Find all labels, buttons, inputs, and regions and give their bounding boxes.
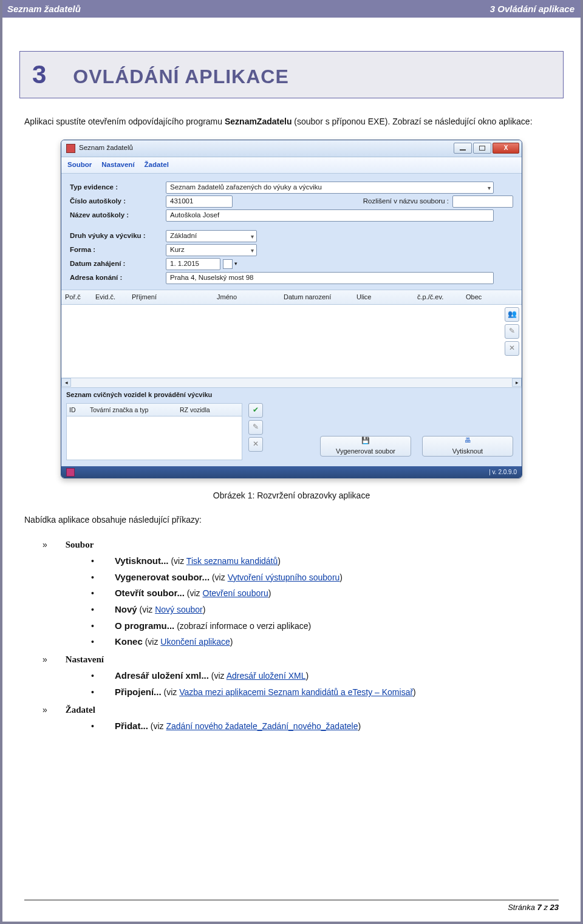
figure-caption: Obrázek 1: Rozvržení obrazovky aplikace xyxy=(24,489,559,503)
menu-item-nastaveni: Nastavení Adresář uložení xml... (viz Ad… xyxy=(43,653,559,699)
intro-program-name: SeznamZadatelu xyxy=(225,117,292,126)
cmd-label: Vytisknout... xyxy=(115,555,169,566)
status-app-icon xyxy=(66,468,75,477)
menu-nastaveni[interactable]: Nastavení xyxy=(101,160,134,171)
vehicles-table-body xyxy=(66,416,242,460)
link-vazba-aplikaci[interactable]: Vazba mezi aplikacemi Seznam kandidátů a… xyxy=(179,687,413,697)
col-vehicle-id: ID xyxy=(69,405,85,415)
label-form: Forma : xyxy=(70,245,166,256)
chevron-down-icon[interactable]: ▾ xyxy=(234,260,237,268)
edit-icon: ✎ xyxy=(509,325,515,337)
print-button[interactable]: 🖶 Vytisknout xyxy=(422,436,513,457)
delete-applicant-button[interactable]: ✕ xyxy=(505,341,519,356)
col-datum-narozeni: Datum narození xyxy=(284,292,350,302)
window-title: Seznam žadatelů xyxy=(79,143,454,154)
col-vehicle-brand: Tovární značka a typ xyxy=(90,405,175,415)
cmd-label: Nový xyxy=(115,604,137,614)
input-school-number[interactable]: 431001 xyxy=(166,195,233,208)
delete-vehicle-button[interactable]: ✕ xyxy=(248,437,263,452)
cmd-label: Konec xyxy=(115,636,143,647)
cmd-vygenerovat: Vygenerovat soubor... (viz Vytvoření výs… xyxy=(91,570,559,585)
link-adresar-xml[interactable]: Adresář uložení XML xyxy=(227,671,306,681)
chapter-number: 3 xyxy=(32,60,46,89)
minimize-button[interactable] xyxy=(454,143,472,154)
col-porc: Poř.č xyxy=(65,292,89,302)
maximize-icon xyxy=(479,146,485,151)
screenshot-app-window: Seznam žadatelů X Soubor Nastavení Žadat… xyxy=(61,140,522,479)
select-type-evidence[interactable]: Seznam žadatelů zařazených do výuky a vý… xyxy=(166,182,494,194)
status-version: | v. 2.0.9.0 xyxy=(489,467,517,477)
header-left: Seznam žadatelů xyxy=(6,4,81,14)
menu-item-zadatel: Žadatel Přidat... (viz Zadání nového žad… xyxy=(43,703,559,733)
people-icon: 👥 xyxy=(508,308,517,320)
menu-intro: Nabídka aplikace obsahuje následující př… xyxy=(24,514,559,527)
menubar: Soubor Nastavení Žadatel xyxy=(61,157,522,174)
link-ukonceni-aplikace[interactable]: Ukončení aplikace xyxy=(160,637,230,647)
cmd-label: Připojení... xyxy=(115,687,162,697)
select-form[interactable]: Kurz xyxy=(166,244,257,256)
maximize-button[interactable] xyxy=(473,143,491,154)
menu-zadatel[interactable]: Žadatel xyxy=(145,160,169,171)
minimize-icon xyxy=(460,149,466,151)
select-training-type[interactable]: Základní xyxy=(166,230,257,242)
horizontal-scrollbar[interactable]: ◂ ▸ xyxy=(61,378,522,387)
link-novy-soubor[interactable]: Nový soubor xyxy=(155,605,203,614)
label-school-number: Číslo autoškoly : xyxy=(70,196,166,207)
cmd-pridat: Přidat... (viz Zadání nového žadatele_Za… xyxy=(91,719,559,733)
cmd-label: Otevřít soubor... xyxy=(115,588,185,598)
label-training-type: Druh výuky a výcviku : xyxy=(70,231,166,242)
link-zadani-noveho-zadatele[interactable]: Zadání nového žadatele_Zadání_nového_žad… xyxy=(166,721,358,731)
col-cp: č.p./č.ev. xyxy=(417,292,460,302)
footer-label: Stránka xyxy=(508,903,537,912)
link-otevreni-souboru[interactable]: Otevření souboru xyxy=(203,588,268,598)
chapter-title: OVLÁDÁNÍ APLIKACE xyxy=(73,66,288,88)
link-vytvoreni-souboru[interactable]: Vytvoření výstupního souboru xyxy=(228,572,340,582)
input-file-resolution[interactable] xyxy=(452,195,513,208)
cmd-vytisknout: Vytisknout... (viz Tisk seznamu kandidát… xyxy=(91,554,559,568)
intro-text-post: (soubor s příponou EXE). Zobrazí se násl… xyxy=(292,117,532,126)
applicants-table-header: Poř.č Evid.č. Příjmení Jméno Datum naroz… xyxy=(61,290,522,305)
cmd-adresar-xml: Adresář uložení xml... (viz Adresář ulož… xyxy=(91,668,559,683)
input-address[interactable]: Praha 4, Nuselský most 98 xyxy=(166,272,494,284)
input-start-date[interactable]: 1. 1.2015 xyxy=(166,258,220,270)
edit-vehicle-button[interactable]: ✎ xyxy=(248,420,263,435)
label-address: Adresa konání : xyxy=(70,273,166,284)
cmd-otevrit: Otevřít soubor... (viz Otevření souboru) xyxy=(91,586,559,600)
label-school-name: Název autoškoly : xyxy=(70,210,166,221)
scroll-track[interactable] xyxy=(71,378,512,387)
link-tisk-seznamu[interactable]: Tisk seznamu kandidátů xyxy=(186,556,278,566)
cmd-pripojeni: Připojení... (viz Vazba mezi aplikacemi … xyxy=(91,685,559,699)
menu-outline: Soubor Vytisknout... (viz Tisk seznamu k… xyxy=(43,538,559,733)
printer-icon: 🖶 xyxy=(465,435,471,446)
check-icon: ✔ xyxy=(253,404,259,416)
header-right: 3 Ovládání aplikace xyxy=(490,4,574,14)
menu-soubor[interactable]: Soubor xyxy=(67,160,92,171)
vehicles-caption: Seznam cvičných vozidel k provádění výcv… xyxy=(61,387,522,402)
intro-paragraph: Aplikaci spustíte otevřením odpovídající… xyxy=(24,115,559,129)
col-jmeno: Jméno xyxy=(217,292,278,302)
scroll-right-arrow-icon[interactable]: ▸ xyxy=(512,378,522,387)
scroll-left-arrow-icon[interactable]: ◂ xyxy=(61,378,71,387)
input-school-name[interactable]: Autoškola Josef xyxy=(166,209,494,222)
cmd-label: Adresář uložení xml... xyxy=(115,670,209,681)
app-icon xyxy=(66,144,75,153)
cmd-konec: Konec (viz Ukončení aplikace) xyxy=(91,634,559,649)
cmd-label: O programu... xyxy=(115,620,174,631)
chapter-heading: 3 OVLÁDÁNÍ APLIKACE xyxy=(19,51,564,98)
calendar-icon[interactable] xyxy=(223,259,233,269)
col-evid: Evid.č. xyxy=(95,292,126,302)
edit-icon: ✎ xyxy=(253,421,259,433)
label-type-evidence: Typ evidence : xyxy=(70,182,166,193)
edit-applicant-button[interactable]: ✎ xyxy=(505,324,519,339)
delete-icon: ✕ xyxy=(509,342,515,354)
add-applicant-button[interactable]: 👥 xyxy=(505,307,519,322)
confirm-vehicle-button[interactable]: ✔ xyxy=(248,403,263,418)
print-label: Vytisknout xyxy=(452,446,483,457)
generate-file-button[interactable]: 💾 Vygenerovat soubor xyxy=(320,436,411,457)
window-titlebar: Seznam žadatelů X xyxy=(61,140,522,157)
col-vehicle-rz: RZ vozidla xyxy=(180,405,228,415)
statusbar: | v. 2.0.9.0 xyxy=(61,466,522,478)
footer-page-number: 7 xyxy=(537,903,542,912)
close-button[interactable]: X xyxy=(493,143,519,154)
document-page: Seznam žadatelů 3 Ovládání aplikace 3 OV… xyxy=(0,0,583,924)
